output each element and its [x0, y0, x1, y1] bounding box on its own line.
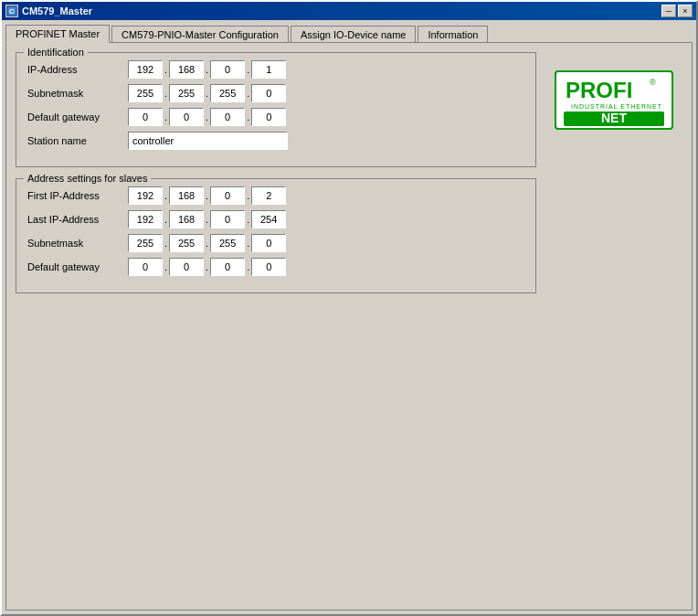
- last-ip-seg1[interactable]: [128, 210, 163, 228]
- first-ip-row: First IP-Address . . .: [27, 186, 524, 205]
- subnetmask-seg4[interactable]: [251, 84, 286, 102]
- address-settings-group: Address settings for slaves First IP-Add…: [16, 178, 536, 293]
- gw-dot-3: .: [245, 112, 251, 122]
- last-ip-seg4[interactable]: [251, 210, 286, 228]
- identification-group: Identification IP-Address . . .: [16, 52, 536, 167]
- subnetmask-seg2[interactable]: [169, 84, 204, 102]
- ip-address-seg4[interactable]: [251, 60, 286, 79]
- first-ip-label: First IP-Address: [27, 190, 128, 201]
- default-gateway-input-group: . . .: [128, 108, 286, 126]
- slaves-subnetmask-row: Subnetmask . . .: [27, 234, 524, 252]
- slaves-default-gateway-input-group: . . .: [128, 258, 286, 276]
- tab-cm579-config[interactable]: CM579-PNIO-Master Configuration: [111, 26, 289, 43]
- slaves-subnetmask-input-group: . . .: [128, 234, 286, 252]
- tab-bar: PROFINET Master CM579-PNIO-Master Config…: [5, 24, 693, 42]
- profinet-svg: PROFI ® INDUSTRIAL ETHERNET NET: [555, 70, 673, 130]
- ip-dot-2: .: [204, 64, 210, 75]
- default-gateway-seg1[interactable]: [128, 108, 163, 126]
- address-settings-label: Address settings for slaves: [24, 173, 151, 184]
- ip-address-label: IP-Address: [27, 64, 128, 75]
- station-name-input[interactable]: [128, 132, 288, 150]
- sgw-dot-1: .: [163, 261, 169, 272]
- station-name-label: Station name: [27, 135, 128, 146]
- default-gateway-row: Default gateway . . .: [27, 108, 524, 126]
- tab-profinet-master[interactable]: PROFINET Master: [5, 25, 110, 43]
- gw-dot-1: .: [163, 112, 169, 122]
- slaves-subnetmask-seg3[interactable]: [210, 234, 245, 252]
- title-bar-controls: ─ ×: [661, 5, 693, 17]
- lip-dot-2: .: [204, 214, 210, 225]
- close-button[interactable]: ×: [678, 5, 693, 17]
- ip-address-input-group: . . .: [128, 60, 286, 79]
- fip-dot-3: .: [245, 190, 251, 201]
- left-panel: Identification IP-Address . . .: [16, 52, 536, 304]
- ip-address-seg3[interactable]: [210, 60, 245, 79]
- ssn-dot-2: .: [204, 238, 210, 249]
- last-ip-label: Last IP-Address: [27, 214, 128, 225]
- slaves-gw-seg1[interactable]: [128, 258, 163, 276]
- station-name-row: Station name: [27, 132, 524, 150]
- pin-button[interactable]: ─: [661, 5, 676, 17]
- last-ip-seg3[interactable]: [210, 210, 245, 228]
- last-ip-row: Last IP-Address . . .: [27, 210, 524, 228]
- fip-dot-1: .: [163, 190, 169, 201]
- fip-dot-2: .: [204, 190, 210, 201]
- slaves-subnetmask-seg2[interactable]: [169, 234, 204, 252]
- subnet-dot-2: .: [204, 88, 210, 99]
- profinet-logo: PROFI ® INDUSTRIAL ETHERNET NET: [555, 70, 673, 130]
- slaves-subnetmask-label: Subnetmask: [27, 238, 128, 249]
- window-content: PROFINET Master CM579-PNIO-Master Config…: [2, 20, 696, 614]
- main-layout: Identification IP-Address . . .: [16, 52, 682, 304]
- subnetmask-seg3[interactable]: [210, 84, 245, 102]
- ip-dot-1: .: [163, 64, 169, 75]
- ip-address-seg1[interactable]: [128, 60, 163, 79]
- subnet-dot-3: .: [245, 88, 251, 99]
- subnetmask-row: Subnetmask . . .: [27, 84, 524, 102]
- slaves-default-gateway-label: Default gateway: [27, 261, 128, 272]
- ip-address-row: IP-Address . . .: [27, 60, 524, 79]
- ip-address-seg2[interactable]: [169, 60, 204, 79]
- ssn-dot-3: .: [245, 238, 251, 249]
- right-panel: PROFI ® INDUSTRIAL ETHERNET NET: [545, 52, 682, 304]
- default-gateway-label: Default gateway: [27, 112, 128, 122]
- svg-text:NET: NET: [601, 111, 627, 125]
- ssn-dot-1: .: [163, 238, 169, 249]
- last-ip-seg2[interactable]: [169, 210, 204, 228]
- slaves-gw-seg2[interactable]: [169, 258, 204, 276]
- default-gateway-seg3[interactable]: [210, 108, 245, 126]
- lip-dot-3: .: [245, 214, 251, 225]
- svg-text:®: ®: [650, 78, 656, 87]
- default-gateway-seg2[interactable]: [169, 108, 204, 126]
- main-window: C CM579_Master ─ × PROFINET Master CM579…: [0, 0, 698, 616]
- tab-information[interactable]: Information: [418, 26, 488, 43]
- identification-label: Identification: [24, 47, 88, 58]
- title-bar-left: C CM579_Master: [5, 5, 92, 17]
- first-ip-input-group: . . .: [128, 186, 286, 205]
- first-ip-seg2[interactable]: [169, 186, 204, 205]
- subnetmask-input-group: . . .: [128, 84, 286, 102]
- slaves-gw-seg3[interactable]: [210, 258, 245, 276]
- title-bar: C CM579_Master ─ ×: [2, 2, 696, 20]
- sgw-dot-2: .: [204, 261, 210, 272]
- ip-dot-3: .: [245, 64, 251, 75]
- window-title: CM579_Master: [22, 5, 92, 16]
- first-ip-seg3[interactable]: [210, 186, 245, 205]
- subnetmask-label: Subnetmask: [27, 88, 128, 99]
- svg-text:PROFI: PROFI: [566, 78, 632, 102]
- slaves-default-gateway-row: Default gateway . . .: [27, 258, 524, 276]
- subnet-dot-1: .: [163, 88, 169, 99]
- svg-text:INDUSTRIAL ETHERNET: INDUSTRIAL ETHERNET: [571, 103, 662, 110]
- lip-dot-1: .: [163, 214, 169, 225]
- slaves-subnetmask-seg4[interactable]: [251, 234, 286, 252]
- gw-dot-2: .: [204, 112, 210, 122]
- default-gateway-seg4[interactable]: [251, 108, 286, 126]
- first-ip-seg4[interactable]: [251, 186, 286, 205]
- subnetmask-seg1[interactable]: [128, 84, 163, 102]
- first-ip-seg1[interactable]: [128, 186, 163, 205]
- slaves-gw-seg4[interactable]: [251, 258, 286, 276]
- tab-assign-io[interactable]: Assign IO-Device name: [291, 26, 417, 43]
- svg-text:C: C: [9, 7, 15, 16]
- slaves-subnetmask-seg1[interactable]: [128, 234, 163, 252]
- last-ip-input-group: . . .: [128, 210, 286, 228]
- sgw-dot-3: .: [245, 261, 251, 272]
